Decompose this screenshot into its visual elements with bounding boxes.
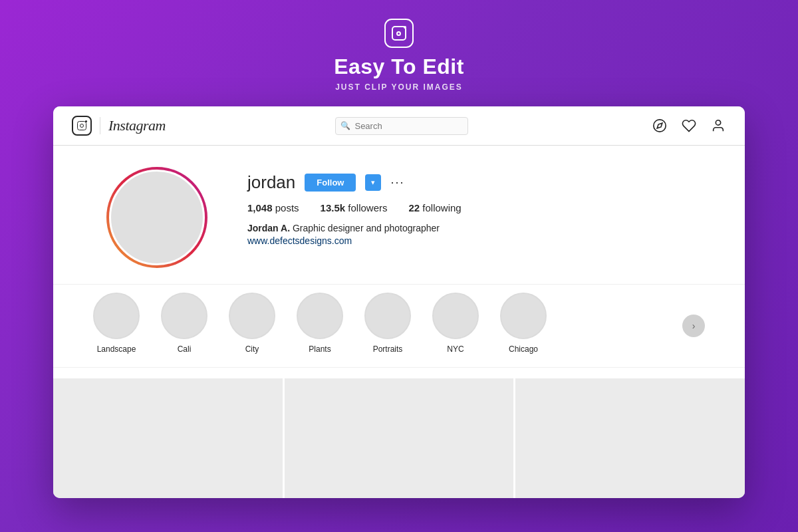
ig-logo-nav: Instagram [72, 116, 166, 136]
follow-dropdown-button[interactable]: ▾ [365, 174, 381, 191]
highlight-label: City [245, 344, 259, 354]
highlight-circle [432, 293, 479, 339]
instagram-wordmark: Instagram [108, 117, 166, 134]
grid-item[interactable] [285, 378, 514, 498]
header-section: Easy To Edit JUST CLIP YOUR IMAGES [334, 0, 464, 106]
highlight-label: Cali [178, 344, 192, 354]
posts-stat: 1,048 posts [247, 202, 299, 213]
svg-marker-1 [657, 123, 662, 128]
highlight-label: NYC [447, 344, 464, 354]
following-stat[interactable]: 22 following [408, 202, 461, 213]
profile-avatar-wrap [106, 167, 207, 268]
avatar [109, 170, 205, 265]
grid-item[interactable] [53, 378, 283, 498]
search-icon: 🔍 [340, 121, 350, 130]
instagram-logo-header [384, 19, 414, 48]
highlight-item[interactable]: NYC [432, 293, 479, 354]
profile-website[interactable]: www.defectsdesigns.com [247, 235, 352, 246]
svg-point-0 [654, 120, 666, 132]
highlight-label: Portraits [373, 344, 403, 354]
posts-label: posts [275, 202, 299, 213]
highlight-item[interactable]: Chicago [500, 293, 547, 354]
nav-icons [652, 118, 726, 134]
heart-icon[interactable] [681, 118, 697, 134]
instagram-icon-nav [72, 116, 92, 136]
highlight-item[interactable]: Portraits [364, 293, 411, 354]
next-arrow-button[interactable]: › [682, 315, 705, 337]
followers-stat[interactable]: 13.5k followers [321, 202, 388, 213]
highlight-item[interactable]: Plants [297, 293, 343, 354]
following-label: following [422, 202, 461, 213]
follow-button[interactable]: Follow [305, 174, 356, 192]
profile-username: jordan [247, 172, 295, 193]
nav-search: 🔍 [335, 117, 468, 135]
photo-grid [53, 368, 745, 498]
more-options-button[interactable]: ··· [390, 176, 404, 190]
profile-stats: 1,048 posts 13.5k followers 22 following [247, 202, 692, 213]
search-input[interactable] [335, 117, 468, 135]
highlight-item[interactable]: City [229, 293, 275, 354]
profile-full-name: Jordan A. Graphic designer and photograp… [247, 223, 692, 233]
compass-icon[interactable] [652, 118, 668, 134]
highlights-section: LandscapeCaliCityPlantsPortraitsNYCChica… [53, 284, 745, 368]
highlight-item[interactable]: Cali [161, 293, 207, 354]
profile-section: jordan Follow ▾ ··· 1,048 posts 13.5k fo… [53, 146, 745, 284]
highlight-circle [229, 293, 275, 339]
highlight-circle [364, 293, 411, 339]
grid-item[interactable] [515, 378, 745, 498]
profile-info: jordan Follow ▾ ··· 1,048 posts 13.5k fo… [247, 167, 692, 247]
following-count: 22 [408, 202, 420, 213]
followers-label: followers [348, 202, 387, 213]
avatar-ring [106, 167, 207, 268]
nav-divider [100, 117, 100, 134]
highlight-circle [297, 293, 343, 339]
user-icon[interactable] [710, 118, 726, 134]
browser-window: Instagram 🔍 jordan [53, 106, 745, 498]
highlight-circle [500, 293, 547, 339]
svg-point-2 [716, 120, 720, 125]
highlight-label: Chicago [509, 344, 538, 354]
posts-count: 1,048 [247, 202, 273, 213]
followers-count: 13.5k [321, 202, 346, 213]
highlight-label: Landscape [97, 344, 136, 354]
ig-navbar: Instagram 🔍 [53, 106, 745, 146]
profile-top-row: jordan Follow ▾ ··· [247, 172, 692, 193]
main-title: Easy To Edit [334, 55, 464, 79]
highlight-circle [161, 293, 207, 339]
highlight-circle [93, 293, 140, 339]
profile-bio-text: Graphic designer and photographer [293, 223, 440, 233]
highlight-label: Plants [309, 344, 331, 354]
subtitle: JUST CLIP YOUR IMAGES [335, 82, 463, 92]
highlight-item[interactable]: Landscape [93, 293, 140, 354]
